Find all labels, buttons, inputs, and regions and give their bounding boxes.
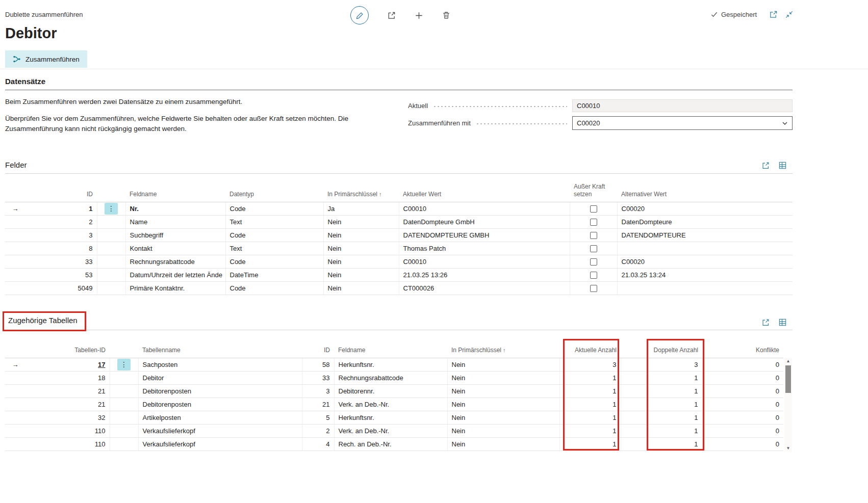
field-id-cell[interactable]: 1	[25, 202, 97, 215]
related-table-name-cell[interactable]: Debitor	[138, 371, 302, 384]
new-button[interactable]	[414, 10, 424, 20]
related-row[interactable]: 21Debitorenposten21Verk. an Deb.-Nr.Nein…	[5, 398, 783, 411]
fields-section-title[interactable]: Felder	[5, 161, 27, 169]
override-checkbox[interactable]	[590, 285, 597, 292]
col-duplicate-count[interactable]: Doppelte Anzahl	[621, 335, 702, 358]
field-alternative-value-cell[interactable]	[617, 242, 793, 255]
scrollbar-track[interactable]	[784, 364, 792, 445]
field-id-cell[interactable]: 8	[25, 242, 97, 255]
col-table-id[interactable]: Tabellen-ID	[25, 335, 110, 358]
fields-row[interactable]: 3SuchbegriffCodeNeinDATENDOMPTEURE GMBHD…	[5, 228, 793, 242]
col-current-value[interactable]: Aktueller Wert	[399, 179, 570, 202]
collapse-arrows-icon[interactable]	[785, 10, 794, 19]
related-table-name-cell[interactable]: Debitorenposten	[138, 384, 302, 398]
table-id-link[interactable]: 17	[98, 361, 105, 368]
col-alternative-value[interactable]: Alternativer Wert	[617, 179, 793, 202]
override-checkbox[interactable]	[590, 232, 597, 239]
ellipsis-menu-icon[interactable]: ⋮	[105, 203, 118, 215]
field-name-cell[interactable]: Datum/Uhrzeit der letzten Ände	[125, 268, 225, 281]
related-table-id-cell[interactable]: 21	[25, 398, 110, 411]
col-in-primary-key[interactable]: In Primärschlüssel↑	[323, 179, 399, 202]
related-row[interactable]: 110Verkaufslieferkopf4Rech. an Deb.-Nr.N…	[5, 437, 783, 451]
related-row[interactable]: 21Debitorenposten3Debitorennr.Nein110	[5, 384, 783, 398]
col-table-name[interactable]: Tabellenname	[138, 335, 302, 358]
share-icon[interactable]	[761, 161, 770, 170]
open-in-window-icon[interactable]	[769, 10, 778, 19]
edit-button[interactable]	[350, 6, 369, 24]
override-cell[interactable]	[570, 228, 617, 242]
col-override[interactable]: Außer Kraft setzen	[570, 179, 617, 202]
field-alternative-value-cell[interactable]: C00020	[617, 202, 793, 215]
field-current-value-cell[interactable]: C00010	[399, 255, 570, 268]
field-id-cell[interactable]: 2	[25, 215, 97, 228]
related-table-id-cell[interactable]: 32	[25, 411, 110, 424]
fields-row[interactable]: →1⋮Nr.CodeJaC00010C00020	[5, 202, 793, 215]
override-checkbox[interactable]	[590, 219, 597, 226]
col-related-in-primary-key[interactable]: In Primärschlüssel↑	[447, 335, 559, 358]
row-menu-cell[interactable]: ⋮	[110, 358, 138, 371]
col-datatype[interactable]: Datentyp	[225, 179, 323, 202]
field-id-cell[interactable]: 3	[25, 228, 97, 242]
fields-row[interactable]: 8KontaktTextNeinThomas Patch	[5, 242, 793, 255]
related-row[interactable]: →17⋮Sachposten58Herkunftsnr.Nein330	[5, 358, 783, 371]
related-table-name-cell[interactable]: Verkaufslieferkopf	[138, 424, 302, 437]
records-section-title[interactable]: Datensätze	[5, 77, 45, 86]
related-table-id-cell[interactable]: 110	[25, 437, 110, 451]
related-table-name-cell[interactable]: Sachposten	[138, 358, 302, 371]
field-id-cell[interactable]: 33	[25, 255, 97, 268]
row-menu-cell[interactable]: ⋮	[97, 202, 125, 215]
override-cell[interactable]	[570, 281, 617, 295]
field-alternative-value-cell[interactable]	[617, 281, 793, 295]
field-current-value-cell[interactable]: DatenDompteure GmbH	[399, 215, 570, 228]
related-table-name-cell[interactable]: Verkaufslieferkopf	[138, 437, 302, 451]
col-current-count[interactable]: Aktuelle Anzahl	[559, 335, 621, 358]
merge-with-dropdown[interactable]: C00020	[572, 116, 793, 130]
override-checkbox[interactable]	[590, 245, 597, 252]
related-row[interactable]: 110Verkaufslieferkopf2Verk. an Deb.-Nr.N…	[5, 424, 783, 437]
fields-row[interactable]: 5049Primäre Kontaktnr.CodeNeinCT000026	[5, 281, 793, 295]
col-field-id[interactable]: ID	[25, 179, 97, 202]
field-alternative-value-cell[interactable]: DATENDOMPTEURE	[617, 228, 793, 242]
field-current-value-cell[interactable]: Thomas Patch	[399, 242, 570, 255]
delete-button[interactable]	[441, 10, 451, 20]
field-current-value-cell[interactable]: CT000026	[399, 281, 570, 295]
related-row[interactable]: 32Artikelposten5Herkunftsnr.Nein110	[5, 411, 783, 424]
col-field-name[interactable]: Feldname	[125, 179, 225, 202]
ellipsis-menu-icon[interactable]: ⋮	[117, 359, 131, 370]
breadcrumb[interactable]: Dublette zusammenführen	[5, 11, 83, 18]
share-icon[interactable]	[761, 318, 770, 327]
related-row[interactable]: 18Debitor33RechnungsrabattcodeNein110	[5, 371, 783, 384]
related-table-id-cell[interactable]: 21	[25, 384, 110, 398]
col-related-field-name[interactable]: Feldname	[334, 335, 447, 358]
field-current-value-cell[interactable]: DATENDOMPTEURE GMBH	[399, 228, 570, 242]
field-id-cell[interactable]: 5049	[25, 281, 97, 295]
field-alternative-value-cell[interactable]: 21.03.25 13:24	[617, 268, 793, 281]
scrollbar-thumb[interactable]	[785, 365, 791, 393]
open-in-excel-icon[interactable]	[778, 318, 787, 327]
related-table-id-cell[interactable]: 18	[25, 371, 110, 384]
override-cell[interactable]	[570, 268, 617, 281]
field-name-cell[interactable]: Nr.	[125, 202, 225, 215]
chevron-down-icon[interactable]	[782, 120, 788, 126]
override-checkbox[interactable]	[590, 205, 597, 213]
field-id-cell[interactable]: 53	[25, 268, 97, 281]
col-related-id[interactable]: ID	[302, 335, 334, 358]
scroll-down-button[interactable]: ▼	[784, 445, 792, 452]
related-section-title[interactable]: Zugehörige Tabellen	[8, 316, 78, 325]
related-table-name-cell[interactable]: Debitorenposten	[138, 398, 302, 411]
field-name-cell[interactable]: Kontakt	[125, 242, 225, 255]
override-cell[interactable]	[570, 255, 617, 268]
fields-row[interactable]: 33RechnungsrabattcodeCodeNeinC00010C0002…	[5, 255, 793, 268]
field-name-cell[interactable]: Name	[125, 215, 225, 228]
field-current-value-cell[interactable]: 21.03.25 13:26	[399, 268, 570, 281]
field-name-cell[interactable]: Rechnungsrabattcode	[125, 255, 225, 268]
share-button[interactable]	[386, 10, 396, 20]
field-alternative-value-cell[interactable]: DatenDompteure	[617, 215, 793, 228]
override-cell[interactable]	[570, 242, 617, 255]
override-cell[interactable]	[570, 202, 617, 215]
field-current-value-cell[interactable]: C00010	[399, 202, 570, 215]
open-in-excel-icon[interactable]	[778, 161, 787, 170]
scroll-up-button[interactable]: ▲	[784, 358, 792, 364]
override-cell[interactable]	[570, 215, 617, 228]
related-table-scrollbar[interactable]: ▲ ▼	[784, 358, 792, 452]
